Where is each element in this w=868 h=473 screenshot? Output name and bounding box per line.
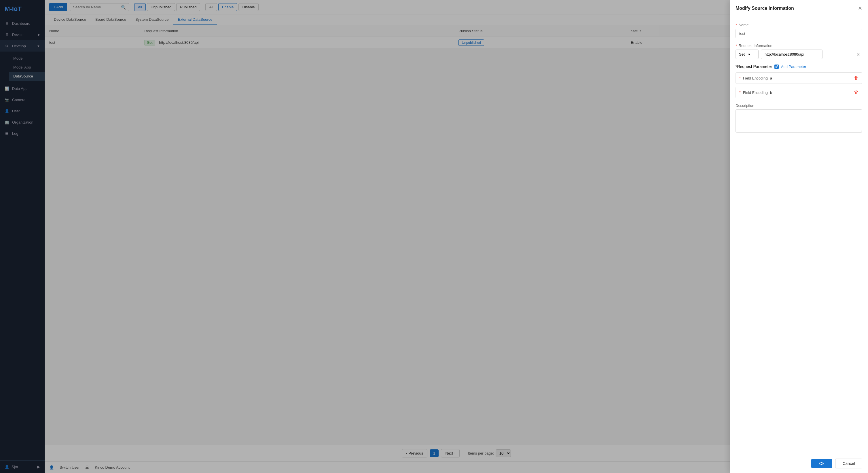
request-info-label: * Request Information — [736, 43, 862, 48]
request-param-header: *Request Parameter Add Parameter — [736, 64, 862, 69]
name-input[interactable] — [736, 29, 862, 38]
param-row-1: * Field Encoding a 🗑 — [736, 72, 862, 84]
modal-header: Modify Source Information ✕ — [730, 0, 868, 17]
modal-footer: Ok Cancel — [730, 454, 868, 473]
request-info-form-group: * Request Information Get ▼ ✕ — [736, 43, 862, 59]
modify-source-modal: Modify Source Information ✕ * Name * Req… — [730, 0, 868, 473]
request-info-row: Get ▼ ✕ — [736, 50, 862, 59]
name-label: * Name — [736, 23, 862, 27]
param-delete-button-2[interactable]: 🗑 — [854, 90, 859, 95]
request-param-label: *Request Parameter — [736, 64, 772, 69]
modal-title: Modify Source Information — [736, 6, 794, 11]
url-clear-button[interactable]: ✕ — [856, 52, 860, 57]
description-textarea[interactable] — [736, 110, 862, 132]
add-param-button[interactable]: Add Parameter — [781, 64, 806, 69]
url-wrapper: ✕ — [761, 50, 862, 59]
param-value-2: b — [770, 90, 851, 95]
request-param-checkbox[interactable] — [774, 64, 779, 69]
chevron-down-icon: ▼ — [748, 53, 751, 56]
param-value-1: a — [770, 76, 851, 80]
param-field-label-2: Field Encoding — [743, 90, 768, 95]
name-form-group: * Name — [736, 23, 862, 38]
url-input[interactable] — [761, 50, 823, 59]
param-row-2: * Field Encoding b 🗑 — [736, 87, 862, 98]
description-form-group: Description — [736, 104, 862, 134]
method-value: Get — [739, 52, 745, 56]
param-delete-button-1[interactable]: 🗑 — [854, 76, 859, 81]
modal-close-button[interactable]: ✕ — [858, 5, 862, 11]
method-select[interactable]: Get ▼ — [736, 50, 758, 59]
description-label: Description — [736, 104, 862, 108]
request-param-form-group: *Request Parameter Add Parameter * Field… — [736, 64, 862, 98]
ok-button[interactable]: Ok — [811, 459, 833, 468]
modal-body: * Name * Request Information Get ▼ ✕ — [730, 17, 868, 454]
cancel-button[interactable]: Cancel — [835, 459, 862, 468]
param-field-label-1: Field Encoding — [743, 76, 768, 80]
